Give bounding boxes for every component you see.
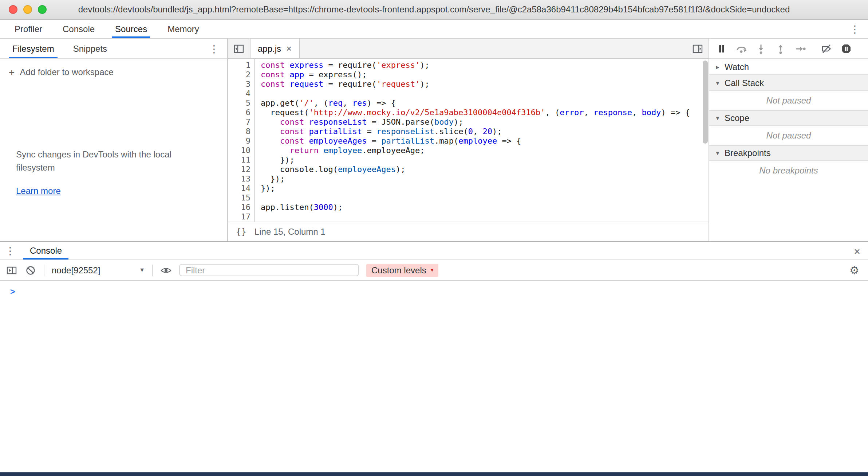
deactivate-breakpoints-icon[interactable]	[821, 43, 832, 54]
section-watch[interactable]: ▸ Watch	[709, 59, 868, 75]
call-stack-label: Call Stack	[725, 78, 764, 88]
pause-on-exceptions-icon[interactable]	[840, 43, 852, 54]
editor-tab-appjs[interactable]: app.js ×	[250, 39, 300, 58]
tab-console[interactable]: Console	[52, 20, 105, 38]
execution-context-selector[interactable]: node[92552] ▼	[52, 265, 145, 275]
navigator-pane: Filesystem Snippets ⋮ + Add folder to wo…	[0, 39, 228, 241]
toolbar-divider	[44, 264, 44, 276]
window-title: devtools://devtools/bundled/js_app.html?…	[0, 4, 868, 15]
debugger-pane: ▸ Watch ▾ Call Stack Not paused ▾ Scope …	[709, 39, 868, 241]
close-tab-icon[interactable]: ×	[286, 44, 292, 53]
navigator-menu-button[interactable]: ⋮	[201, 39, 227, 58]
scope-status: Not paused	[709, 126, 868, 145]
close-icon: ×	[854, 245, 860, 257]
console-prompt-icon: >	[10, 286, 15, 297]
execution-context-label: node[92552]	[52, 265, 100, 275]
add-folder-button[interactable]: + Add folder to workspace	[0, 63, 227, 82]
drawer-tab-console[interactable]: Console	[20, 242, 71, 260]
tab-profiler[interactable]: Profiler	[4, 20, 52, 38]
tab-snippets[interactable]: Snippets	[64, 39, 117, 58]
section-scope[interactable]: ▾ Scope	[709, 110, 868, 126]
editor-tabbar: app.js ×	[228, 39, 709, 59]
clear-console-icon[interactable]	[25, 264, 36, 276]
code-editor: 1234567891011121314151617 const express …	[228, 59, 709, 222]
triangle-down-icon: ▾	[714, 114, 722, 122]
editor-scrollbar[interactable]	[703, 61, 708, 144]
triangle-right-icon: ▸	[714, 63, 722, 70]
minimize-window-button[interactable]	[23, 5, 32, 14]
panel-right-toggle-icon	[692, 43, 703, 54]
cursor-position: Line 15, Column 1	[255, 227, 326, 237]
debugger-toolbar	[709, 39, 868, 59]
kebab-menu-icon: ⋮	[209, 43, 219, 54]
add-folder-label: Add folder to workspace	[20, 67, 114, 77]
log-levels-label: Custom levels	[371, 265, 426, 275]
pause-icon[interactable]	[716, 43, 727, 54]
filesystem-sync-note: Sync changes in DevTools with the local …	[16, 148, 191, 174]
scope-label: Scope	[725, 113, 749, 123]
tab-sources[interactable]: Sources	[105, 20, 157, 38]
close-window-button[interactable]	[9, 5, 17, 14]
toolbar-divider	[152, 264, 153, 276]
breakpoints-label: Breakpoints	[725, 148, 771, 158]
step-out-icon[interactable]	[775, 43, 786, 54]
console-toolbar: node[92552] ▼ Custom levels ▾ ⚙	[0, 260, 868, 281]
drawer-tabbar: ⋮ Console ×	[0, 242, 868, 260]
console-drawer: ⋮ Console × node[92552] ▼	[0, 241, 868, 472]
gear-icon: ⚙	[849, 264, 859, 276]
console-filter-input[interactable]	[179, 264, 359, 276]
triangle-down-icon: ▾	[714, 79, 722, 86]
window-controls	[9, 0, 47, 19]
main-menu-button[interactable]: ⋮	[842, 20, 868, 38]
step-into-icon[interactable]	[755, 43, 767, 54]
step-over-icon[interactable]	[735, 43, 747, 54]
line-number-gutter[interactable]: 1234567891011121314151617	[228, 59, 255, 222]
navigator-tabbar: Filesystem Snippets ⋮	[0, 39, 227, 59]
call-stack-status: Not paused	[709, 91, 868, 110]
live-expression-eye-icon[interactable]	[160, 264, 172, 276]
chevron-down-icon: ▾	[431, 267, 434, 273]
kebab-menu-icon: ⋮	[5, 245, 15, 257]
log-levels-dropdown[interactable]: Custom levels ▾	[366, 264, 439, 277]
pretty-print-icon[interactable]: {}	[236, 227, 246, 237]
code-content[interactable]: const express = require('express');const…	[255, 59, 709, 222]
breakpoints-status: No breakpoints	[709, 161, 868, 180]
learn-more-link[interactable]: Learn more	[16, 186, 61, 196]
step-icon[interactable]	[794, 43, 806, 54]
main-tabbar: Profiler Console Sources Memory ⋮	[0, 20, 868, 39]
tab-memory[interactable]: Memory	[157, 20, 209, 38]
sources-panel: Filesystem Snippets ⋮ + Add folder to wo…	[0, 39, 868, 241]
section-breakpoints[interactable]: ▾ Breakpoints	[709, 145, 868, 161]
hide-navigator-button[interactable]	[228, 39, 250, 58]
debugger-pane-filler	[709, 180, 868, 241]
zoom-window-button[interactable]	[38, 5, 47, 14]
plus-icon: +	[9, 67, 15, 77]
watch-label: Watch	[725, 62, 749, 72]
close-drawer-button[interactable]: ×	[846, 242, 868, 260]
panel-left-toggle-icon	[233, 43, 245, 54]
section-call-stack[interactable]: ▾ Call Stack	[709, 75, 868, 91]
desktop-edge-strip	[0, 472, 868, 476]
chevron-down-icon: ▼	[139, 267, 145, 273]
editor-statusbar: {} Line 15, Column 1	[228, 222, 709, 241]
kebab-menu-icon: ⋮	[850, 23, 860, 35]
devtools-window: devtools://devtools/bundled/js_app.html?…	[0, 0, 868, 476]
console-sidebar-toggle-icon[interactable]	[6, 264, 17, 276]
window-titlebar: devtools://devtools/bundled/js_app.html?…	[0, 0, 868, 20]
editor-tab-label: app.js	[258, 43, 281, 54]
triangle-down-icon: ▾	[714, 149, 722, 157]
drawer-menu-button[interactable]: ⋮	[0, 242, 20, 260]
console-messages-area[interactable]: >	[0, 281, 868, 472]
editor-pane: app.js × 1234567891011121314151617 const…	[228, 39, 709, 241]
tab-filesystem[interactable]: Filesystem	[3, 39, 64, 58]
console-settings-button[interactable]: ⚙	[849, 264, 862, 277]
show-debugger-button[interactable]	[687, 39, 709, 58]
